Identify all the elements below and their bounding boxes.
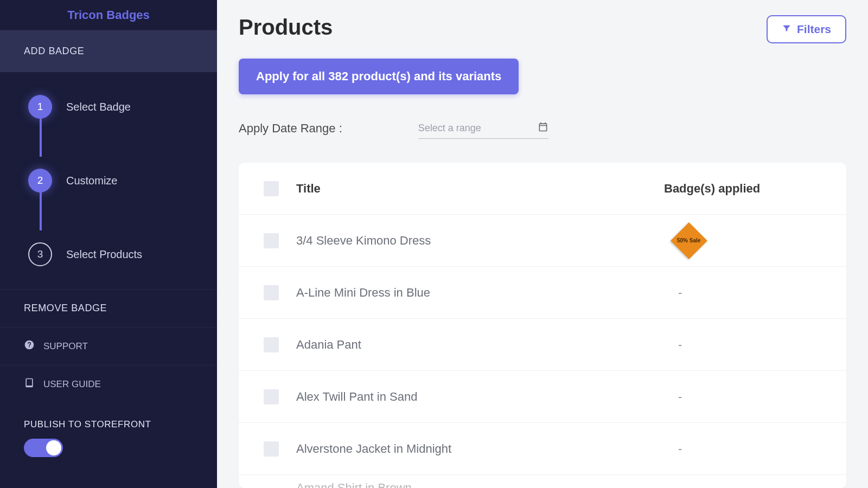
step-select-products[interactable]: 3 Select Products bbox=[28, 236, 193, 273]
row-badge: - bbox=[664, 481, 838, 488]
step-customize[interactable]: 2 Customize bbox=[28, 162, 193, 236]
book-icon bbox=[24, 377, 35, 391]
row-badge: - bbox=[664, 390, 838, 404]
publish-label: PUBLISH TO STOREFRONT bbox=[24, 419, 193, 430]
help-icon bbox=[24, 339, 35, 353]
step-label: Select Products bbox=[66, 248, 142, 261]
step-number: 3 bbox=[28, 242, 52, 266]
row-badge: - bbox=[664, 338, 838, 352]
sidebar-user-guide-label: USER GUIDE bbox=[43, 379, 101, 390]
step-number: 2 bbox=[28, 169, 52, 192]
row-badge: - bbox=[664, 442, 838, 456]
filters-button[interactable]: Filters bbox=[767, 15, 846, 43]
products-table: Title Badge(s) applied 3/4 Sleeve Kimono… bbox=[239, 163, 846, 488]
date-range-row: Apply Date Range : Select a range bbox=[239, 118, 846, 139]
row-title: Alex Twill Pant in Sand bbox=[296, 390, 664, 404]
sale-badge-icon: 50% Sale bbox=[671, 222, 707, 259]
row-badge: 50% Sale bbox=[664, 228, 838, 254]
th-badge: Badge(s) applied bbox=[664, 182, 838, 196]
row-title: Amand Shirt in Brown bbox=[296, 481, 664, 488]
row-checkbox[interactable] bbox=[264, 337, 279, 352]
table-row[interactable]: 3/4 Sleeve Kimono Dress 50% Sale bbox=[239, 215, 846, 267]
th-title: Title bbox=[296, 182, 664, 196]
sidebar-header-add-badge[interactable]: ADD BADGE bbox=[0, 30, 217, 72]
topbar: Products Filters bbox=[239, 15, 846, 43]
sidebar-support[interactable]: SUPPORT bbox=[0, 327, 217, 365]
stepper: 1 Select Badge 2 Customize 3 Select Prod… bbox=[0, 72, 217, 289]
row-checkbox[interactable] bbox=[264, 441, 279, 457]
apply-all-button[interactable]: Apply for all 382 product(s) and its var… bbox=[239, 59, 519, 94]
step-label: Customize bbox=[66, 175, 117, 187]
sidebar-user-guide[interactable]: USER GUIDE bbox=[0, 365, 217, 403]
publish-toggle[interactable] bbox=[24, 439, 63, 457]
row-checkbox[interactable] bbox=[264, 389, 279, 404]
sidebar-support-label: SUPPORT bbox=[43, 341, 88, 352]
publish-section: PUBLISH TO STOREFRONT bbox=[0, 403, 217, 473]
page-title: Products bbox=[239, 15, 333, 40]
select-all-checkbox[interactable] bbox=[264, 181, 279, 196]
table-header: Title Badge(s) applied bbox=[239, 163, 846, 215]
date-range-label: Apply Date Range : bbox=[239, 121, 342, 136]
badge-text: 50% Sale bbox=[677, 237, 700, 243]
row-title: 3/4 Sleeve Kimono Dress bbox=[296, 234, 664, 248]
table-row[interactable]: Alverstone Jacket in Midnight - bbox=[239, 423, 846, 475]
filter-icon bbox=[782, 23, 792, 36]
step-select-badge[interactable]: 1 Select Badge bbox=[28, 88, 193, 162]
row-checkbox[interactable] bbox=[264, 285, 279, 300]
sidebar: Tricon Badges ADD BADGE 1 Select Badge 2… bbox=[0, 0, 217, 488]
filters-label: Filters bbox=[797, 23, 831, 36]
date-range-input[interactable]: Select a range bbox=[418, 118, 548, 139]
date-range-placeholder: Select a range bbox=[418, 123, 481, 134]
table-row[interactable]: Adania Pant - bbox=[239, 319, 846, 371]
brand-title: Tricon Badges bbox=[0, 0, 217, 30]
step-number: 1 bbox=[28, 95, 52, 119]
row-title: A-Line Mini Dress in Blue bbox=[296, 286, 664, 300]
table-row[interactable]: A-Line Mini Dress in Blue - bbox=[239, 267, 846, 319]
row-badge: - bbox=[664, 286, 838, 300]
row-checkbox[interactable] bbox=[264, 233, 279, 248]
table-row[interactable]: Amand Shirt in Brown - bbox=[239, 475, 846, 488]
row-title: Alverstone Jacket in Midnight bbox=[296, 442, 664, 456]
table-row[interactable]: Alex Twill Pant in Sand - bbox=[239, 371, 846, 423]
calendar-icon bbox=[538, 121, 548, 135]
toggle-knob bbox=[46, 440, 61, 455]
sidebar-remove-badge[interactable]: REMOVE BADGE bbox=[0, 289, 217, 327]
row-title: Adania Pant bbox=[296, 338, 664, 352]
step-label: Select Badge bbox=[66, 101, 131, 113]
main: Products Filters Apply for all 382 produ… bbox=[217, 0, 868, 488]
